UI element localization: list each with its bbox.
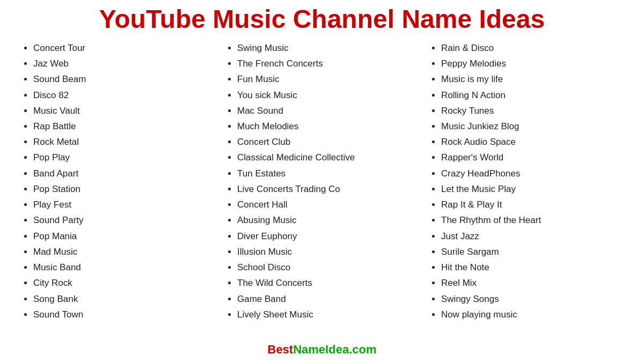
list-item: Much Melodies xyxy=(237,119,419,134)
list-item: Now playing music xyxy=(441,307,623,322)
list-item: Fun Music xyxy=(237,71,419,87)
list-item: Music is my life xyxy=(441,71,623,87)
list-item: Play Fest xyxy=(33,197,215,212)
list-item: Crazy HeadPhones xyxy=(441,166,623,181)
list-item: Lively Sheet Music xyxy=(237,307,419,322)
list-item: The Rhythm of the Heart xyxy=(441,212,623,228)
list-item: The French Concerts xyxy=(237,56,419,71)
list-item: Disco 82 xyxy=(33,87,215,103)
list-item: Pop Station xyxy=(33,181,215,197)
list-item: Mac Sound xyxy=(237,103,419,119)
list-item: Rapper's World xyxy=(441,150,623,165)
list-item: Concert Hall xyxy=(237,197,419,212)
footer-brand: BestNameIdea.com xyxy=(16,343,628,357)
column-1: Concert TourJaz WebSound BeamDisco 82Mus… xyxy=(16,40,220,341)
list-item: Concert Club xyxy=(237,134,419,150)
list-item: You sick Music xyxy=(237,87,419,103)
list-item: Mad Music xyxy=(33,244,215,260)
list-item: Diver Euphony xyxy=(237,228,419,244)
list-item: City Rock xyxy=(33,275,215,291)
list-item: Sound Beam xyxy=(33,71,215,87)
list-item: Jaz Web xyxy=(33,56,215,71)
footer-brand-rest: NameIdea.com xyxy=(293,343,376,356)
list-item: Rain & Disco xyxy=(441,40,623,56)
column-2: Swing MusicThe French ConcertsFun MusicY… xyxy=(220,40,424,341)
list-item: Song Bank xyxy=(33,291,215,307)
list-item: The Wild Concerts xyxy=(237,275,419,291)
list-item: Swingy Songs xyxy=(441,291,623,307)
column-3-list: Rain & DiscoPeppy MelodiesMusic is my li… xyxy=(429,40,623,322)
list-item: Concert Tour xyxy=(33,40,215,56)
list-item: Rap Battle xyxy=(33,119,215,134)
column-3: Rain & DiscoPeppy MelodiesMusic is my li… xyxy=(424,40,628,341)
list-item: Music Junkiez Blog xyxy=(441,119,623,134)
list-item: Pop Mania xyxy=(33,228,215,244)
list-item: Let the Music Play xyxy=(441,181,623,197)
list-item: Live Concerts Trading Co xyxy=(237,181,419,197)
list-item: Music Band xyxy=(33,260,215,275)
column-2-list: Swing MusicThe French ConcertsFun MusicY… xyxy=(225,40,419,322)
list-item: Rock Audio Space xyxy=(441,134,623,150)
list-item: Hit the Note xyxy=(441,260,623,275)
list-item: Swing Music xyxy=(237,40,419,56)
list-item: School Disco xyxy=(237,260,419,275)
list-item: Pop Play xyxy=(33,150,215,165)
list-item: Band Apart xyxy=(33,166,215,181)
list-item: Peppy Melodies xyxy=(441,56,623,71)
list-item: Rock Metal xyxy=(33,134,215,150)
list-item: Tun Estates xyxy=(237,166,419,181)
list-item: Rocky Tunes xyxy=(441,103,623,119)
list-item: Rolling N Action xyxy=(441,87,623,103)
page-title: YouTube Music Channel Name Ideas xyxy=(16,5,628,34)
list-item: Rap It & Play It xyxy=(441,197,623,212)
list-item: Sound Town xyxy=(33,307,215,322)
list-item: Surile Sargam xyxy=(441,244,623,260)
list-item: Game Band xyxy=(237,291,419,307)
list-item: Classical Medicine Collective xyxy=(237,150,419,165)
list-item: Music Vault xyxy=(33,103,215,119)
list-item: Just Jazz xyxy=(441,228,623,244)
list-item: Reel Mix xyxy=(441,275,623,291)
list-item: Abusing Music xyxy=(237,212,419,228)
columns-wrapper: Concert TourJaz WebSound BeamDisco 82Mus… xyxy=(16,40,628,341)
footer-brand-best: Best xyxy=(268,343,294,356)
list-item: Sound Party xyxy=(33,212,215,228)
list-item: Illusion Music xyxy=(237,244,419,260)
column-1-list: Concert TourJaz WebSound BeamDisco 82Mus… xyxy=(21,40,215,322)
main-container: YouTube Music Channel Name Ideas Concert… xyxy=(0,0,644,362)
